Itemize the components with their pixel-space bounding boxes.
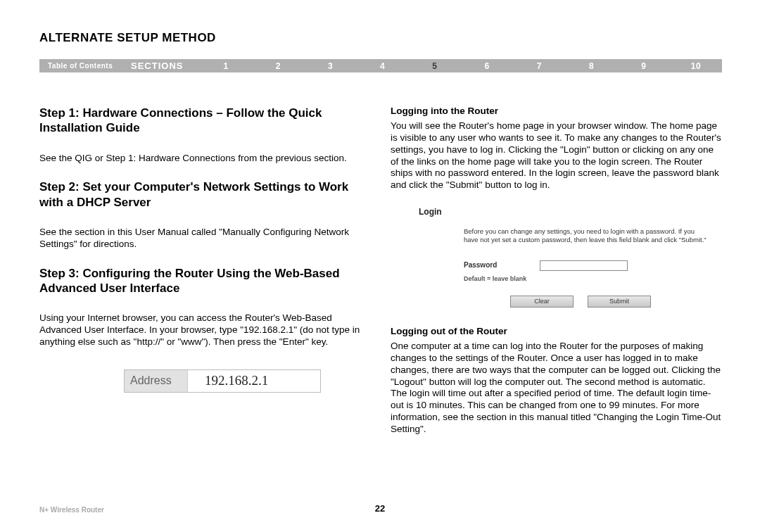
nav-section-9[interactable]: 9 [618, 61, 670, 71]
login-password-row: Password [464, 260, 707, 271]
submit-button[interactable]: Submit [588, 296, 651, 308]
login-buttons: Clear Submit [510, 296, 707, 308]
address-label: Address [125, 370, 188, 392]
nav-bar: Table of Contents SECTIONS 1 2 3 4 5 6 7… [39, 59, 722, 72]
login-box-title: Login [419, 207, 707, 217]
address-value[interactable]: 192.168.2.1 [188, 370, 320, 392]
nav-section-8[interactable]: 8 [565, 61, 617, 71]
login-body: You will see the Router's home page in y… [391, 120, 722, 191]
nav-section-10[interactable]: 10 [670, 61, 722, 71]
logout-body: One computer at a time can log into the … [391, 341, 722, 436]
step2-body: See the section in this User Manual call… [39, 227, 371, 251]
nav-section-1[interactable]: 1 [200, 61, 252, 71]
clear-button[interactable]: Clear [510, 296, 574, 308]
nav-section-2[interactable]: 2 [252, 61, 304, 71]
page-title: ALTERNATE SETUP METHOD [39, 31, 216, 45]
login-password-input[interactable] [540, 260, 628, 271]
login-heading: Logging into the Router [391, 106, 722, 118]
footer-product: N+ Wireless Router [39, 506, 104, 514]
left-column: Step 1: Hardware Connections – Follow th… [39, 106, 371, 451]
step3-body: Using your Internet browser, you can acc… [39, 312, 371, 348]
login-password-label: Password [464, 261, 540, 270]
nav-section-5[interactable]: 5 [409, 61, 461, 71]
nav-sections-label: SECTIONS [131, 61, 200, 71]
address-bar: Address 192.168.2.1 [124, 369, 321, 393]
content: Step 1: Hardware Connections – Follow th… [39, 106, 722, 451]
step3-heading: Step 3: Configuring the Router Using the… [39, 266, 371, 296]
footer-page-number: 22 [375, 503, 385, 514]
nav-section-3[interactable]: 3 [304, 61, 356, 71]
nav-section-numbers: 1 2 3 4 5 6 7 8 9 10 [200, 61, 722, 71]
nav-section-4[interactable]: 4 [357, 61, 409, 71]
login-default-note: Default = leave blank [464, 275, 707, 283]
step1-body: See the QIG or Step 1: Hardware Connecti… [39, 153, 371, 165]
nav-section-7[interactable]: 7 [513, 61, 565, 71]
right-column: Logging into the Router You will see the… [391, 106, 722, 451]
login-box: Login Before you can change any settings… [419, 207, 707, 308]
step2-heading: Step 2: Set your Computer's Network Sett… [39, 179, 371, 210]
step1-heading: Step 1: Hardware Connections – Follow th… [39, 106, 371, 136]
nav-toc[interactable]: Table of Contents [39, 62, 131, 70]
nav-section-6[interactable]: 6 [461, 61, 513, 71]
login-box-desc: Before you can change any settings, you … [464, 227, 707, 245]
logout-heading: Logging out of the Router [391, 326, 722, 338]
